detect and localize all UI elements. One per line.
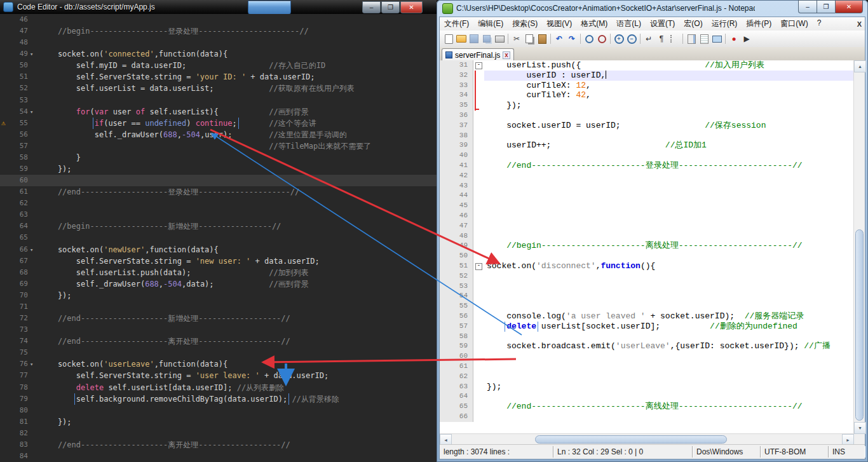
right-title-bar[interactable]: C:\Users\HP\Desktop\CocosCreator+Animati… [437, 0, 868, 17]
code-line: 61 //end-------------------登录处理---------… [0, 186, 437, 198]
menu-item-11[interactable]: ? [813, 17, 826, 31]
menu-item-8[interactable]: 运行(R) [707, 17, 742, 31]
code-token: user [108, 107, 135, 116]
code-line: 70 }); [0, 290, 437, 301]
menu-item-4[interactable]: 格式(M) [576, 17, 612, 31]
code-line: 63}); [440, 382, 854, 392]
status-segment-4[interactable]: INS [829, 446, 865, 458]
replace-icon[interactable] [596, 33, 607, 44]
line-number: 57 [0, 140, 28, 152]
code-token: (user == [104, 119, 145, 128]
code-token: //begin-----------------登录处理------------… [39, 27, 309, 36]
minimize-button[interactable]: – [798, 0, 817, 13]
menu-item-7[interactable]: 宏(O) [679, 17, 707, 31]
code-line: 61 [440, 362, 854, 372]
line-number: 39 [440, 140, 473, 151]
menu-item-3[interactable]: 视图(V) [542, 17, 576, 31]
fold-arrow-icon[interactable]: ▾ [30, 358, 33, 370]
fold-arrow-icon[interactable]: ▾ [30, 244, 33, 255]
vertical-scrollbar[interactable]: ▲ ▼ [853, 60, 865, 434]
menu-item-1[interactable]: 编辑(E) [473, 17, 508, 31]
cut-icon[interactable]: ✂ [511, 33, 522, 44]
new-file-icon[interactable] [443, 33, 454, 44]
function-list-icon[interactable] [698, 33, 710, 44]
horizontal-scrollbar[interactable]: ◄ ► [440, 433, 854, 445]
indent-guide-icon[interactable] [668, 33, 680, 44]
code-text: self.ServerState.string = 'new user: ' +… [39, 255, 437, 267]
scroll-up-icon[interactable]: ▲ [854, 60, 866, 72]
open-folder-icon[interactable] [456, 33, 467, 44]
menu-item-6[interactable]: 设置(T) [646, 17, 679, 31]
notepadpp-window: C:\Users\HP\Desktop\CocosCreator+Animati… [437, 0, 868, 462]
paste-icon[interactable] [536, 33, 548, 44]
line-number: 57 [440, 322, 473, 332]
left-editor-area[interactable]: 4647 //begin-----------------登录处理-------… [0, 14, 437, 462]
code-token: ; [232, 119, 236, 128]
menu-item-10[interactable]: 窗口(W) [776, 17, 812, 31]
left-title-bar[interactable]: Code Editor - db://assets/script/myApp.j… [0, 0, 437, 15]
monitor-icon[interactable] [711, 33, 722, 44]
scroll-down-icon[interactable]: ▼ [854, 422, 866, 434]
fold-box-icon[interactable]: - [475, 62, 482, 69]
code-token: 'disconnect' [536, 261, 596, 271]
close-button[interactable]: ✕ [835, 0, 863, 13]
menu-item-0[interactable]: 文件(F) [440, 17, 473, 31]
vertical-scroll-thumb[interactable] [855, 229, 864, 421]
record-macro-icon[interactable]: ● [728, 33, 740, 44]
code-text [484, 111, 854, 121]
save-all-icon[interactable] [481, 33, 492, 44]
zoom-in-icon[interactable]: + [613, 33, 625, 44]
code-line: 59 socket.broadcast.emit('userLeave',{us… [440, 341, 854, 351]
code-text [484, 362, 854, 372]
minimize-button[interactable]: – [362, 1, 381, 13]
code-text [39, 175, 437, 186]
redo-icon[interactable]: ↷ [566, 33, 578, 44]
line-number: 60 [0, 175, 28, 186]
fold-arrow-icon[interactable]: ▾ [30, 106, 33, 118]
menu-item-9[interactable]: 插件(P) [742, 17, 776, 31]
fold-arrow-icon[interactable]: ▾ [30, 48, 33, 60]
code-line: 33 curTileX: 12, [440, 81, 854, 91]
maximize-button[interactable]: ❐ [381, 1, 400, 13]
code-text: //begin-----------------新增处理------------… [39, 221, 437, 232]
fold-margin [473, 211, 484, 221]
code-token: //保存session [705, 121, 766, 130]
fold-margin [473, 412, 484, 422]
save-icon[interactable] [468, 33, 480, 44]
show-all-chars-icon[interactable]: ¶ [656, 33, 667, 44]
right-editor-area[interactable]: 31- userList.push({ //加入用户列表32 userID : … [440, 60, 865, 445]
code-token: //总ID加1 [665, 140, 707, 150]
find-icon[interactable] [583, 33, 595, 44]
code-token: curTileX: [487, 81, 576, 90]
close-button[interactable]: ✕ [400, 1, 423, 13]
code-line: 54▾ for(var user of self.userList){ //画到… [0, 106, 437, 118]
word-wrap-icon[interactable]: ↵ [643, 33, 654, 44]
zoom-out-icon[interactable]: − [626, 33, 637, 44]
code-line: 31- userList.push({ //加入用户列表 [440, 60, 854, 71]
horizontal-scroll-thumb[interactable] [535, 435, 727, 444]
annotation-box: self.background.removeChildByTag(data.us… [76, 395, 287, 404]
doc-map-icon[interactable] [686, 33, 697, 44]
undo-icon[interactable]: ↶ [553, 33, 565, 44]
menu-item-2[interactable]: 搜索(S) [508, 17, 542, 31]
code-line: 84 [0, 451, 437, 462]
code-token: continue [196, 119, 233, 128]
print-icon[interactable] [494, 33, 505, 44]
code-token: //end-----------------------离线处理--------… [487, 402, 803, 411]
maximize-button[interactable]: ❐ [817, 0, 835, 13]
tab-close-icon[interactable]: x [503, 51, 510, 59]
line-gutter: 75 [0, 347, 39, 358]
code-text [484, 191, 854, 201]
code-token: function [600, 261, 640, 271]
code-line: 57 delete userList[socket.userID]; //删除的… [440, 322, 854, 332]
code-editor-icon [3, 2, 13, 12]
menu-close-icon[interactable]: X [857, 20, 862, 28]
play-macro-icon[interactable]: ▶ [741, 33, 752, 44]
fold-margin [473, 171, 484, 181]
tab-bar: serverFinal.js x [440, 47, 865, 61]
copy-icon[interactable] [524, 33, 535, 44]
notepadpp-icon [442, 3, 453, 14]
tab-serverfinal[interactable]: serverFinal.js x [442, 48, 514, 61]
fold-box-icon[interactable]: - [475, 263, 482, 270]
menu-item-5[interactable]: 语言(L) [612, 17, 646, 31]
